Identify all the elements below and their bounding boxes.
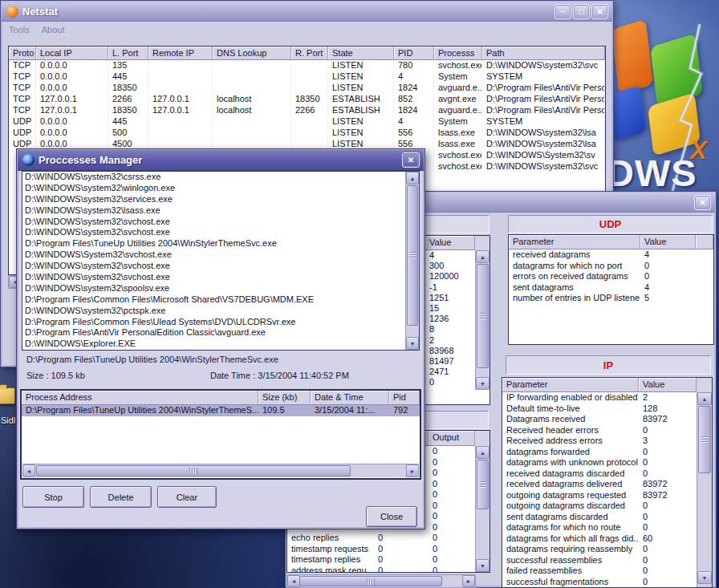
process-path-item[interactable]: D:\WINDOWS\Explorer.EXE (22, 339, 419, 350)
table-row[interactable]: successful fragmentations0 (502, 577, 712, 588)
process-path-item[interactable]: D:\WINDOWS\system32\csrss.exe (22, 172, 419, 183)
table-row[interactable]: TCP127.0.0.12266127.0.0.1localhost18350E… (9, 94, 605, 105)
process-path-item[interactable]: D:\WINDOWS\System32\svchost.exe (22, 249, 419, 261)
process-path-item[interactable]: D:\WINDOWS\system32\services.exe (22, 194, 419, 205)
column-header[interactable]: L. Port (108, 47, 148, 60)
table-row[interactable]: timestamp replies00 (287, 554, 489, 566)
table-row[interactable]: datagrams with unknown protocol0 (502, 457, 712, 468)
process-path-item[interactable]: D:\Program Files\AntiVir PersonalEdition… (22, 327, 419, 339)
process-path-item[interactable]: D:\WINDOWS\system32\spoolsv.exe (22, 283, 419, 294)
table-row[interactable]: UDP0.0.0.0500LISTEN556lsass.exeD:\WINDOW… (9, 128, 605, 139)
menu-about[interactable]: About (42, 25, 65, 34)
column-header[interactable]: DNS Lookup (213, 47, 291, 60)
table-row[interactable]: sent datagrams discarded0 (502, 512, 712, 523)
listbox-vscrollbar[interactable]: ▲ ▼ (405, 172, 419, 350)
column-header[interactable]: Value (425, 236, 475, 250)
table-row[interactable]: number of entries in UDP listene...5 (509, 293, 713, 304)
column-header[interactable]: Parameter (509, 235, 640, 249)
table-row[interactable]: sent datagrams4 (509, 282, 713, 294)
close-icon[interactable]: ✕ (402, 152, 420, 168)
scroll-up-icon[interactable]: ▲ (476, 446, 489, 459)
column-header[interactable]: Processs (434, 47, 482, 60)
table-row[interactable]: D:\Program Files\TuneUp Utilities 2004\W… (22, 405, 420, 416)
column-header[interactable]: Output (429, 431, 475, 446)
scroll-down-icon[interactable]: ▼ (406, 337, 419, 350)
table-row[interactable]: IP forwarding enabled or disabled2 (502, 392, 712, 403)
scrollbar-thumb[interactable] (407, 185, 418, 326)
scrollbar-thumb[interactable] (299, 576, 442, 586)
table-row[interactable]: successful reassemblies0 (502, 555, 712, 566)
dialog-titlebar[interactable]: Proccesses Manager ✕ (18, 150, 424, 171)
table-row[interactable]: outgoing datagrams requested83972 (502, 490, 712, 501)
column-header[interactable] (696, 235, 713, 249)
process-path-item[interactable]: D:\WINDOWS\system32\svchost.exe (22, 272, 419, 283)
process-path-item[interactable]: D:\Program Files\TuneUp Utilities 2004\W… (22, 238, 419, 249)
process-path-item[interactable]: D:\Program Files\Common Files\Ulead Syst… (22, 317, 419, 328)
scrollbar-thumb[interactable] (477, 264, 489, 368)
column-header[interactable]: Pid (389, 391, 420, 405)
close-button[interactable]: Close (366, 506, 417, 527)
column-header[interactable]: R. Port (291, 47, 328, 60)
column-header[interactable]: Date & Time (311, 391, 389, 405)
table-row[interactable]: echo replies00 (287, 533, 489, 544)
table-row[interactable]: TCP0.0.0.018350LISTEN1824avguard.e...D:\… (9, 83, 605, 94)
process-path-item[interactable]: D:\WINDOWS\system32\winlogon.exe (22, 183, 419, 194)
icmp-vscrollbar[interactable]: ▲ ▼ (475, 446, 489, 572)
tcp-vscrollbar[interactable]: ▲ ▼ (475, 250, 489, 390)
clear-button[interactable]: Clear (157, 486, 217, 508)
scroll-down-icon[interactable]: ▼ (476, 377, 489, 390)
process-listbox[interactable]: D:\WINDOWS\system32\csrss.exeD:\WINDOWS\… (22, 171, 420, 351)
table-row[interactable]: UDP0.0.0.0445LISTEN4SystemSYSTEM (9, 116, 605, 128)
scroll-left-icon[interactable]: ◄ (287, 575, 300, 587)
process-path-item[interactable]: D:\Program Files\Common Files\Microsoft … (22, 294, 419, 306)
delete-button[interactable]: Delete (90, 486, 152, 508)
close-icon[interactable]: ✕ (694, 195, 711, 210)
table-row[interactable]: timestamp requests00 (287, 544, 489, 555)
table-row[interactable]: received datagrams4 (509, 249, 713, 261)
minimize-icon[interactable]: – (554, 4, 571, 19)
scroll-right-icon[interactable]: ► (406, 464, 419, 477)
process-path-item[interactable]: D:\WINDOWS\system32\lsass.exe (22, 205, 419, 217)
table-row[interactable]: address mask requ00 (287, 566, 489, 574)
table-row[interactable]: received datagrams delivered83972 (502, 479, 712, 490)
scrollbar-thumb[interactable] (698, 406, 711, 473)
scroll-up-icon[interactable]: ▲ (476, 250, 489, 263)
process-path-item[interactable]: D:\WINDOWS\system32\svchost.exe (22, 227, 419, 238)
table-row[interactable]: Datagrams received83972 (502, 414, 712, 425)
scroll-down-icon[interactable]: ▼ (697, 571, 712, 584)
table-row[interactable]: datagrams for which no route0 (502, 522, 712, 533)
scroll-right-icon[interactable]: ► (462, 575, 475, 587)
scroll-up-icon[interactable]: ▲ (697, 392, 712, 405)
table-row[interactable]: Default time-to-live128 (502, 403, 712, 415)
column-header[interactable]: Proto (9, 47, 36, 60)
column-header[interactable]: Remote IP (148, 47, 213, 60)
table-row[interactable]: failed reassemblies0 (502, 566, 712, 577)
desktop-folder-label[interactable]: Sidl (1, 416, 15, 425)
scrollbar-thumb[interactable] (477, 460, 489, 509)
column-header[interactable]: Local IP (36, 47, 108, 60)
column-header[interactable]: Parameter (502, 378, 639, 392)
table-row[interactable]: TCP0.0.0.0135LISTEN780svchost.exeD:\WIND… (9, 60, 605, 71)
scrollbar-thumb[interactable] (36, 465, 351, 476)
scroll-down-icon[interactable]: ▼ (476, 559, 489, 572)
table-row[interactable]: outgoing datagrams discarded0 (502, 501, 712, 512)
column-header[interactable]: Value (640, 235, 696, 249)
column-header[interactable]: Path (482, 47, 605, 60)
desktop-folder-icon[interactable] (0, 387, 15, 404)
netstat-titlebar[interactable]: Netstat – □ ✕ (2, 2, 612, 22)
column-header[interactable]: PID (394, 47, 434, 60)
process-path-item[interactable]: D:\WINDOWS\system32\svchost.exe (22, 217, 419, 228)
menu-tools[interactable]: Tools (9, 25, 30, 34)
table-row[interactable]: datagrams forwarded0 (502, 447, 712, 458)
close-icon[interactable]: ✕ (591, 4, 608, 19)
table-row[interactable]: errors on received datagrams0 (509, 271, 713, 282)
stop-button[interactable]: Stop (22, 486, 84, 508)
icmp-hscrollbar[interactable]: ◄ ► (286, 574, 476, 588)
process-path-item[interactable]: D:\WINDOWS\system32\pctspk.exe (22, 306, 419, 317)
maximize-icon[interactable]: □ (573, 4, 590, 19)
scroll-left-icon[interactable]: ◄ (22, 464, 35, 477)
table-row[interactable]: datagrams for which all frags did...60 (502, 533, 712, 545)
table-row[interactable]: TCP0.0.0.0445LISTEN4SystemSYSTEM (9, 71, 605, 83)
table-row[interactable]: TCP127.0.0.118350127.0.0.1localhost2266E… (9, 105, 605, 116)
column-header[interactable]: Value (639, 378, 697, 392)
